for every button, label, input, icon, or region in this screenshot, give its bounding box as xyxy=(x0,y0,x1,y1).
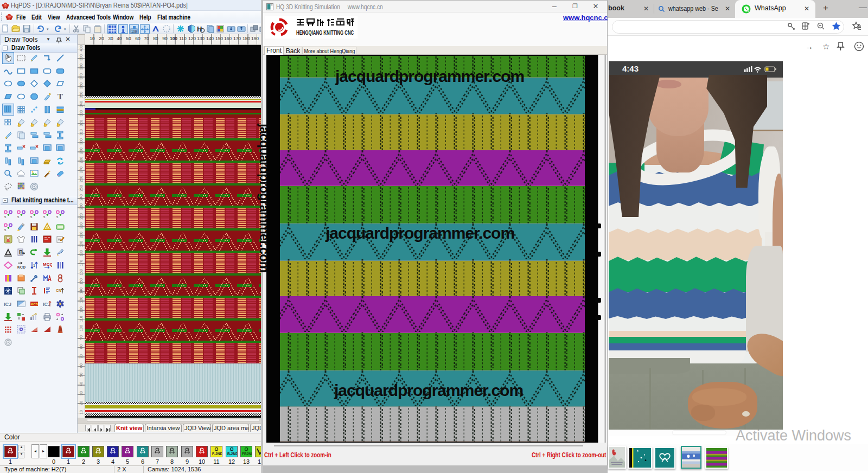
svg-text:F-2ND: F-2ND xyxy=(212,452,222,456)
svg-text:5: 5 xyxy=(17,215,20,219)
svg-text:FB2ND: FB2ND xyxy=(242,452,252,456)
svg-text:5: 5 xyxy=(43,215,46,219)
svg-text:B: B xyxy=(19,250,23,255)
svg-text:5: 5 xyxy=(30,215,33,219)
svg-text:5: 5 xyxy=(4,228,7,231)
svg-text:KCD: KCD xyxy=(17,265,25,269)
svg-text:108: 108 xyxy=(131,30,137,33)
svg-text:B-2ND: B-2ND xyxy=(227,452,237,456)
svg-text:KCD: KCD xyxy=(31,302,39,305)
svg-text:MCQ: MCQ xyxy=(43,262,52,267)
svg-text:ICJ: ICJ xyxy=(4,302,11,307)
svg-text:5: 5 xyxy=(4,215,7,219)
svg-text:5: 5 xyxy=(56,215,59,219)
svg-text:1: 1 xyxy=(33,264,35,267)
svg-text:T: T xyxy=(58,92,63,101)
